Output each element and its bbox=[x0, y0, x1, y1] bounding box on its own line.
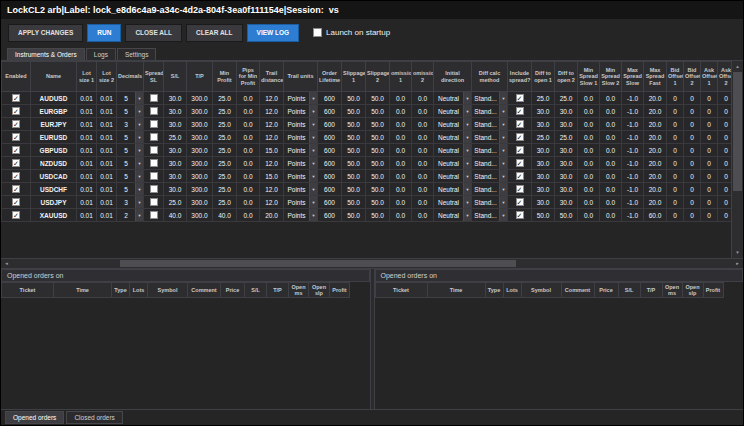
spread-sl-checkbox[interactable] bbox=[150, 146, 158, 154]
lot1-input[interactable]: 0.01 bbox=[77, 157, 96, 169]
slippage1-input[interactable]: 50.0 bbox=[342, 131, 365, 143]
commission1-input[interactable]: 0.0 bbox=[390, 183, 411, 195]
bid-offset2-input[interactable]: 0 bbox=[684, 157, 700, 169]
orders-col-open-ms[interactable]: Open ms bbox=[289, 283, 309, 298]
bid-offset1-input[interactable]: 0 bbox=[667, 144, 683, 156]
orders-col-comment[interactable]: Comment bbox=[561, 283, 594, 298]
include-spread-checkbox[interactable]: ✓ bbox=[516, 146, 524, 154]
orders-col-lots[interactable]: Lots bbox=[130, 283, 148, 298]
ask-offset1-input[interactable]: 0 bbox=[701, 209, 717, 221]
col-header-slippage-2[interactable]: Slippage 2 bbox=[366, 62, 390, 92]
col-header-t-p[interactable]: T/P bbox=[187, 62, 213, 92]
run-button[interactable]: RUN bbox=[87, 24, 121, 42]
ask-offset2-input[interactable]: 0 bbox=[718, 183, 731, 195]
pips-min-profit-input[interactable]: 0.0 bbox=[237, 196, 259, 208]
ask-offset2-input[interactable]: 0 bbox=[718, 196, 731, 208]
sl-input[interactable]: 30.0 bbox=[164, 92, 186, 104]
max-spread-fast-input[interactable]: 20.0 bbox=[644, 144, 666, 156]
scroll-down-icon[interactable]: ▼ bbox=[732, 247, 743, 258]
enabled-checkbox[interactable]: ✓ bbox=[12, 172, 20, 180]
col-header-initial-direction[interactable]: Initial direction bbox=[434, 62, 472, 92]
commission1-input[interactable]: 0.0 bbox=[390, 118, 411, 130]
tab-closed-orders[interactable]: Closed orders bbox=[66, 411, 122, 424]
lifetime-input[interactable]: 600 bbox=[318, 131, 341, 143]
min-profit-input[interactable]: 25.0 bbox=[213, 144, 236, 156]
min-spread-slow2-input[interactable]: 0.0 bbox=[600, 170, 621, 182]
col-header-enabled[interactable]: Enabled bbox=[2, 62, 31, 92]
col-header-max-spread-slow[interactable]: Max Spread Slow bbox=[622, 62, 644, 92]
lot2-input[interactable]: 0.01 bbox=[97, 144, 116, 156]
ask-offset1-input[interactable]: 0 bbox=[701, 105, 717, 117]
decimals-select[interactable]: 5▼ bbox=[117, 157, 143, 169]
lot2-input[interactable]: 0.01 bbox=[97, 183, 116, 195]
trail-units-select[interactable]: Points▼ bbox=[284, 209, 317, 221]
initial-direction-select[interactable]: Neutral▼ bbox=[434, 92, 471, 104]
orders-col-symbol[interactable]: Symbol bbox=[148, 283, 188, 298]
hscroll-thumb[interactable] bbox=[120, 260, 516, 267]
diff-open1-input[interactable]: 25.0 bbox=[532, 92, 554, 104]
bid-offset2-input[interactable]: 0 bbox=[684, 183, 700, 195]
diff-calc-method-select[interactable]: Stand...▼ bbox=[472, 196, 507, 208]
scroll-left-icon[interactable]: ◄ bbox=[1, 259, 12, 268]
diff-open1-input[interactable]: 25.0 bbox=[532, 131, 554, 143]
view-log-button[interactable]: VIEW LOG bbox=[247, 24, 300, 42]
pips-min-profit-input[interactable]: 0.0 bbox=[237, 157, 259, 169]
lot1-input[interactable]: 0.01 bbox=[77, 118, 96, 130]
ask-offset2-input[interactable]: 0 bbox=[718, 118, 731, 130]
col-header-omissio-2[interactable]: omissio 2 bbox=[412, 62, 434, 92]
commission2-input[interactable]: 0.0 bbox=[412, 105, 433, 117]
close-all-button[interactable]: CLOSE ALL bbox=[125, 24, 182, 42]
lifetime-input[interactable]: 600 bbox=[318, 118, 341, 130]
decimals-select[interactable]: 5▼ bbox=[117, 92, 143, 104]
sl-input[interactable]: 30.0 bbox=[164, 118, 186, 130]
col-header-lot-size-2[interactable]: Lot size 2 bbox=[97, 62, 117, 92]
lot1-input[interactable]: 0.01 bbox=[77, 209, 96, 221]
orders-col-type[interactable]: Type bbox=[485, 283, 503, 298]
bid-offset1-input[interactable]: 0 bbox=[667, 183, 683, 195]
orders-col-ticket[interactable]: Ticket bbox=[375, 283, 427, 298]
ask-offset1-input[interactable]: 0 bbox=[701, 144, 717, 156]
sl-input[interactable]: 30.0 bbox=[164, 157, 186, 169]
bid-offset2-input[interactable]: 0 bbox=[684, 105, 700, 117]
diff-open1-input[interactable]: 30.0 bbox=[532, 157, 554, 169]
sl-input[interactable]: 30.0 bbox=[164, 144, 186, 156]
include-spread-checkbox[interactable]: ✓ bbox=[516, 185, 524, 193]
ask-offset1-input[interactable]: 0 bbox=[701, 170, 717, 182]
initial-direction-select[interactable]: Neutral▼ bbox=[434, 144, 471, 156]
slippage2-input[interactable]: 50.0 bbox=[366, 144, 389, 156]
trail-distance-input[interactable]: 12.0 bbox=[260, 131, 283, 143]
pips-min-profit-input[interactable]: 0.0 bbox=[237, 209, 259, 221]
ask-offset1-input[interactable]: 0 bbox=[701, 92, 717, 104]
ask-offset2-input[interactable]: 0 bbox=[718, 170, 731, 182]
diff-calc-method-select[interactable]: Stand...▼ bbox=[472, 209, 507, 221]
pips-min-profit-input[interactable]: 0.0 bbox=[237, 144, 259, 156]
trail-distance-input[interactable]: 12.0 bbox=[260, 196, 283, 208]
initial-direction-select[interactable]: Neutral▼ bbox=[434, 183, 471, 195]
lot1-input[interactable]: 0.01 bbox=[77, 105, 96, 117]
bid-offset2-input[interactable]: 0 bbox=[684, 92, 700, 104]
sl-input[interactable]: 30.0 bbox=[164, 183, 186, 195]
include-spread-checkbox[interactable]: ✓ bbox=[516, 94, 524, 102]
bid-offset2-input[interactable]: 0 bbox=[684, 209, 700, 221]
diff-calc-method-select[interactable]: Stand...▼ bbox=[472, 183, 507, 195]
spread-sl-checkbox[interactable] bbox=[150, 185, 158, 193]
include-spread-checkbox[interactable]: ✓ bbox=[516, 133, 524, 141]
decimals-select[interactable]: 5▼ bbox=[117, 183, 143, 195]
min-profit-input[interactable]: 25.0 bbox=[213, 92, 236, 104]
col-header-order-lifetime[interactable]: Order Lifetime bbox=[318, 62, 342, 92]
commission2-input[interactable]: 0.0 bbox=[412, 157, 433, 169]
col-header-spread-sl[interactable]: Spread SL bbox=[144, 62, 164, 92]
commission1-input[interactable]: 0.0 bbox=[390, 157, 411, 169]
col-header-diff-to-open-1[interactable]: Diff to open 1 bbox=[532, 62, 555, 92]
pips-min-profit-input[interactable]: 0.0 bbox=[237, 105, 259, 117]
enabled-checkbox[interactable]: ✓ bbox=[12, 133, 20, 141]
diff-open2-input[interactable]: 30.0 bbox=[555, 144, 577, 156]
pips-min-profit-input[interactable]: 0.0 bbox=[237, 118, 259, 130]
col-header-trail-units[interactable]: Trail units bbox=[284, 62, 318, 92]
spread-sl-checkbox[interactable] bbox=[150, 120, 158, 128]
orders-col-time[interactable]: Time bbox=[427, 283, 485, 298]
decimals-select[interactable]: 2▼ bbox=[117, 209, 143, 221]
commission2-input[interactable]: 0.0 bbox=[412, 92, 433, 104]
lot2-input[interactable]: 0.01 bbox=[97, 118, 116, 130]
bid-offset1-input[interactable]: 0 bbox=[667, 170, 683, 182]
